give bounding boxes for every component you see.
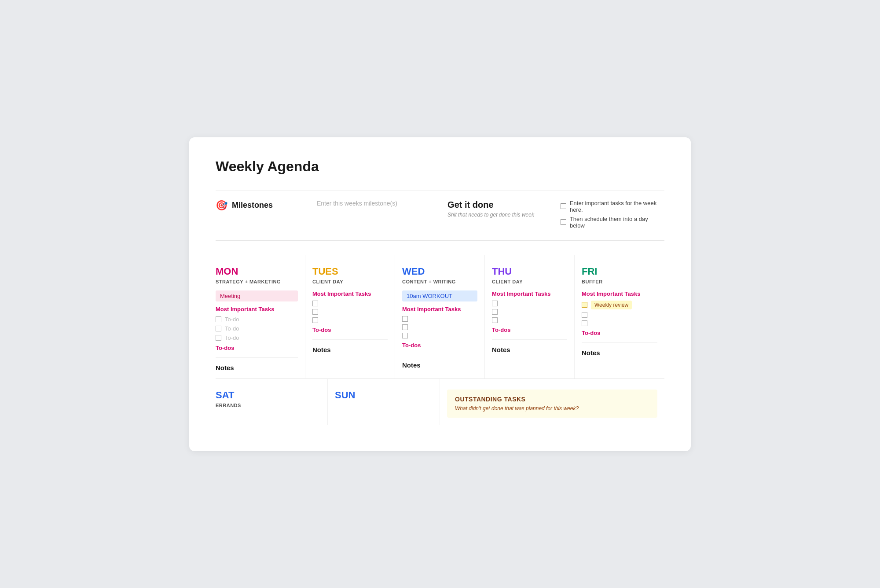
day-col-fri: FRI BUFFER Most Important Tasks Weekly r… bbox=[575, 255, 664, 379]
thu-divider bbox=[492, 339, 567, 340]
wed-mit-label: Most Important Tasks bbox=[402, 306, 477, 312]
tue-mit-label: Most Important Tasks bbox=[312, 290, 388, 297]
day-name-wed: WED bbox=[402, 266, 477, 277]
wed-checkbox-1 bbox=[402, 316, 477, 322]
mon-checkbox-2: To-do bbox=[216, 325, 298, 332]
mon-cb-3[interactable] bbox=[216, 335, 221, 341]
thu-notes-label: Notes bbox=[492, 346, 567, 353]
day-col-wed: WED CONTENT + WRITING 10am WORKOUT Most … bbox=[395, 255, 485, 379]
fri-cb-highlight[interactable] bbox=[582, 302, 587, 308]
fri-checkbox-1 bbox=[582, 312, 657, 318]
day-type-wed: CONTENT + WRITING bbox=[402, 279, 477, 284]
mon-checkbox-3: To-do bbox=[216, 334, 298, 341]
mon-mit-label: Most Important Tasks bbox=[216, 306, 298, 312]
tue-cb-3[interactable] bbox=[312, 317, 318, 323]
mon-checkbox-1: To-do bbox=[216, 316, 298, 323]
fri-checkbox-highlight: Weekly review bbox=[582, 301, 657, 309]
mon-todo-link[interactable]: To-dos bbox=[216, 345, 298, 351]
wed-highlight: 10am WORKOUT bbox=[402, 290, 477, 301]
wed-todo-link[interactable]: To-dos bbox=[402, 342, 477, 349]
day-name-mon: MON bbox=[216, 266, 298, 277]
day-name-sun: SUN bbox=[335, 390, 433, 401]
day-col-mon: MON STRATEGY + MARKETING Meeting Most Im… bbox=[216, 255, 305, 379]
important-tasks-info: Enter important tasks for the week here.… bbox=[547, 200, 664, 232]
milestone-icon: 🎯 bbox=[216, 200, 227, 211]
fri-todo-link[interactable]: To-dos bbox=[582, 330, 657, 336]
tue-cb-1[interactable] bbox=[312, 301, 318, 306]
thu-checkbox-2 bbox=[492, 309, 567, 315]
thu-cb-1[interactable] bbox=[492, 301, 498, 306]
day-name-fri: FRI bbox=[582, 266, 657, 277]
fri-cb-2[interactable] bbox=[582, 320, 587, 326]
thu-checkbox-3 bbox=[492, 317, 567, 323]
info-item-1: Enter important tasks for the week here. bbox=[561, 200, 664, 213]
info-text-1: Enter important tasks for the week here. bbox=[570, 200, 664, 213]
milestone-label: Milestones bbox=[232, 201, 273, 210]
wed-cb-2[interactable] bbox=[402, 324, 408, 330]
fri-checkbox-2 bbox=[582, 320, 657, 326]
thu-mit-label: Most Important Tasks bbox=[492, 290, 567, 297]
wed-cb-1[interactable] bbox=[402, 316, 408, 322]
tue-cb-2[interactable] bbox=[312, 309, 318, 315]
tue-checkbox-2 bbox=[312, 309, 388, 315]
get-it-done-section: Get it done Shit that needs to get done … bbox=[434, 200, 547, 218]
mon-notes-label: Notes bbox=[216, 364, 298, 371]
thu-checkbox-1 bbox=[492, 301, 567, 306]
day-type-tue: CLIENT DAY bbox=[312, 279, 388, 284]
mon-cb-label-2: To-do bbox=[225, 325, 239, 332]
fri-weekly-review: Weekly review bbox=[591, 301, 632, 309]
tue-checkbox-1 bbox=[312, 301, 388, 306]
outstanding-title: OUTSTANDING TASKS bbox=[455, 396, 649, 403]
day-type-thu: CLIENT DAY bbox=[492, 279, 567, 284]
day-col-tue: TUES CLIENT DAY Most Important Tasks To-… bbox=[305, 255, 395, 379]
info-item-2: Then schedule them into a day below bbox=[561, 216, 664, 229]
mon-cb-2[interactable] bbox=[216, 326, 221, 331]
page-title: Weekly Agenda bbox=[216, 158, 664, 175]
outstanding-box: OUTSTANDING TASKS What didn't get done t… bbox=[447, 390, 657, 418]
day-name-sat: SAT bbox=[216, 390, 320, 401]
day-col-thu: THU CLIENT DAY Most Important Tasks To-d… bbox=[485, 255, 575, 379]
milestones-placeholder: Enter this weeks milestone(s) bbox=[317, 200, 397, 207]
tue-todo-link[interactable]: To-dos bbox=[312, 327, 388, 333]
thu-cb-2[interactable] bbox=[492, 309, 498, 315]
mon-cb-label-1: To-do bbox=[225, 316, 239, 323]
wed-divider bbox=[402, 355, 477, 355]
outstanding-subtitle: What didn't get done that was planned fo… bbox=[455, 405, 649, 412]
mon-cb-1[interactable] bbox=[216, 316, 221, 322]
info-checkbox-2[interactable] bbox=[561, 219, 566, 225]
day-name-thu: THU bbox=[492, 266, 567, 277]
info-checkbox-1[interactable] bbox=[561, 203, 566, 209]
mon-cb-label-3: To-do bbox=[225, 334, 239, 341]
fri-cb-1[interactable] bbox=[582, 312, 587, 318]
milestones-input-area[interactable]: Enter this weeks milestone(s) bbox=[304, 200, 434, 207]
outstanding-col: OUTSTANDING TASKS What didn't get done t… bbox=[440, 379, 664, 425]
day-type-mon: STRATEGY + MARKETING bbox=[216, 279, 298, 284]
day-type-fri: BUFFER bbox=[582, 279, 657, 284]
wed-checkbox-3 bbox=[402, 333, 477, 338]
milestones-section: 🎯 Milestones bbox=[216, 200, 304, 211]
get-it-done-subtitle: Shit that needs to get done this week bbox=[447, 212, 534, 218]
day-type-sat: ERRANDS bbox=[216, 403, 320, 408]
info-text-2: Then schedule them into a day below bbox=[570, 216, 664, 229]
wed-cb-3[interactable] bbox=[402, 333, 408, 338]
fri-divider bbox=[582, 342, 657, 343]
tue-checkbox-3 bbox=[312, 317, 388, 323]
wed-notes-label: Notes bbox=[402, 361, 477, 369]
thu-cb-3[interactable] bbox=[492, 317, 498, 323]
day-col-sat: SAT ERRANDS bbox=[216, 379, 328, 425]
main-card: Weekly Agenda 🎯 Milestones Enter this we… bbox=[189, 137, 691, 451]
days-grid: MON STRATEGY + MARKETING Meeting Most Im… bbox=[216, 255, 664, 379]
mon-highlight: Meeting bbox=[216, 290, 298, 301]
milestones-row: 🎯 Milestones Enter this weeks milestone(… bbox=[216, 191, 664, 241]
day-name-tue: TUES bbox=[312, 266, 388, 277]
tue-divider bbox=[312, 339, 388, 340]
tue-notes-label: Notes bbox=[312, 346, 388, 353]
bottom-grid: SAT ERRANDS SUN OUTSTANDING TASKS What d… bbox=[216, 379, 664, 425]
get-it-done-title: Get it done bbox=[447, 200, 534, 210]
mon-divider bbox=[216, 357, 298, 358]
thu-todo-link[interactable]: To-dos bbox=[492, 327, 567, 333]
wed-checkbox-2 bbox=[402, 324, 477, 330]
fri-notes-label: Notes bbox=[582, 349, 657, 356]
day-col-sun: SUN bbox=[328, 379, 440, 425]
fri-mit-label: Most Important Tasks bbox=[582, 290, 657, 297]
